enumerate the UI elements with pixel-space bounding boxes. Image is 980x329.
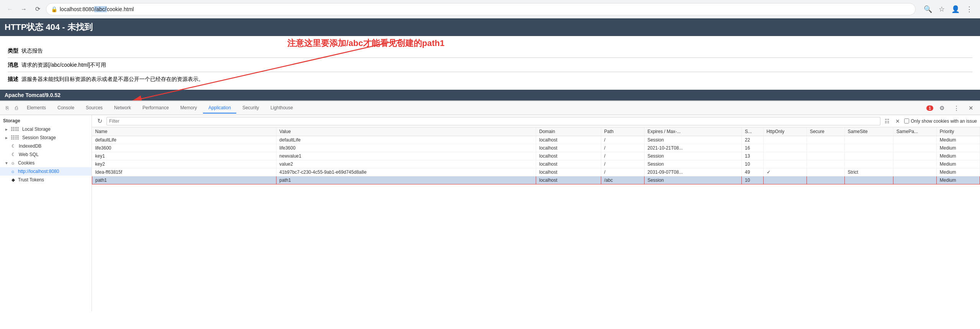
table-row[interactable]: life3600life3600localhost/2021-10-21T08.… bbox=[92, 144, 980, 152]
cell-expires: 2021-10-21T08... bbox=[644, 144, 741, 152]
table-row[interactable]: key2value2localhost/Session10Medium bbox=[92, 160, 980, 168]
cell-path: / bbox=[601, 136, 644, 144]
cell-size: 49 bbox=[742, 168, 764, 176]
sidebar-item-web-sql[interactable]: ☾ Web SQL bbox=[0, 150, 92, 159]
main-content: ↻ ☷ ✕ Only show cookies with an issue Na… bbox=[92, 115, 980, 311]
sidebar-item-cookies[interactable]: ▼ ☼ Cookies bbox=[0, 159, 92, 167]
sidebar-item-local-storage[interactable]: ► ☷☷ Local Storage bbox=[0, 125, 92, 133]
cookie-sub-icon: ☼ bbox=[11, 169, 15, 174]
error-info: 类型 状态报告 消息 请求的资源[/abc/cookie.html]不可用 描述… bbox=[0, 41, 980, 90]
error-type-value: 状态报告 bbox=[21, 45, 43, 56]
tab-console[interactable]: Console bbox=[52, 103, 80, 114]
sidebar-session-storage-label: Session Storage bbox=[22, 135, 56, 140]
close-devtools-button[interactable]: ✕ bbox=[965, 102, 977, 114]
error-message-label: 消息 bbox=[8, 59, 18, 70]
menu-button[interactable]: ⋮ bbox=[963, 3, 975, 15]
back-button[interactable]: ← bbox=[5, 4, 15, 15]
forward-button[interactable]: → bbox=[18, 4, 29, 15]
tab-performance[interactable]: Performance bbox=[137, 103, 174, 114]
cell-expires: Session bbox=[644, 152, 741, 160]
table-row[interactable]: defaultLifedefaultLifelocalhost/Session2… bbox=[92, 136, 980, 144]
col-header-httponly: HttpOnly bbox=[763, 127, 807, 136]
lock-icon: 🔒 bbox=[51, 6, 57, 12]
cell-priority: Medium bbox=[936, 152, 980, 160]
tab-lighthouse[interactable]: Lighthouse bbox=[265, 103, 298, 114]
cell-name: Idea-ff63815f bbox=[92, 168, 276, 176]
cell-samesite bbox=[844, 152, 893, 160]
cell-domain: localhost bbox=[536, 160, 601, 168]
cell-domain: localhost bbox=[536, 176, 601, 184]
sidebar-item-session-storage[interactable]: ► ☷☷ Session Storage bbox=[0, 133, 92, 142]
bookmark-button[interactable]: ☆ bbox=[936, 3, 948, 15]
devtools-inspect-btn[interactable]: ⎘ bbox=[3, 104, 11, 112]
filter-input[interactable] bbox=[106, 117, 880, 125]
error-description-value: 源服务器未能找到目标资源的表示或者是不愿公开一个已经存在的资源表示。 bbox=[21, 74, 204, 84]
cell-value: life3600 bbox=[276, 144, 536, 152]
cell-httponly bbox=[763, 136, 807, 144]
error-message-value: 请求的资源[/abc/cookie.html]不可用 bbox=[21, 59, 106, 70]
browser-toolbar: ← → ⟳ 🔒 localhost:8080/abc/cookie.html 🔍… bbox=[0, 0, 980, 18]
more-options-icon[interactable]: ⋮ bbox=[950, 102, 962, 114]
refresh-button[interactable]: ↻ bbox=[95, 117, 104, 126]
cell-domain: localhost bbox=[536, 168, 601, 176]
cell-size: 10 bbox=[742, 160, 764, 168]
cell-domain: localhost bbox=[536, 152, 601, 160]
table-row[interactable]: path1path1localhost/abcSession10Medium bbox=[92, 176, 980, 184]
col-header-domain: Domain bbox=[536, 127, 601, 136]
cell-priority: Medium bbox=[936, 144, 980, 152]
cookies-table: Name Value Domain Path Expires / Max-...… bbox=[92, 127, 980, 184]
cell-secure bbox=[807, 160, 844, 168]
url-text: localhost:8080/abc/cookie.html bbox=[60, 6, 911, 12]
cell-secure bbox=[807, 136, 844, 144]
clear-filter-icon[interactable]: ✕ bbox=[893, 117, 902, 125]
sidebar-item-trust-tokens[interactable]: ◆ Trust Tokens bbox=[0, 176, 92, 184]
cell-httponly bbox=[763, 176, 807, 184]
cell-size: 16 bbox=[742, 144, 764, 152]
cell-path: / bbox=[601, 168, 644, 176]
tab-elements[interactable]: Elements bbox=[21, 103, 51, 114]
trust-icon: ◆ bbox=[11, 177, 15, 183]
devtools-tabs: ⎘ ⎙ Elements Console Sources Network Per… bbox=[0, 101, 980, 115]
sidebar: Storage ► ☷☷ Local Storage ► ☷☷ Session … bbox=[0, 115, 92, 311]
tab-sources[interactable]: Sources bbox=[80, 103, 108, 114]
cell-secure bbox=[807, 176, 844, 184]
sidebar-item-indexeddb[interactable]: ☾ IndexedDB bbox=[0, 142, 92, 150]
profile-button[interactable]: 👤 bbox=[949, 3, 962, 15]
cookie-icon: ☼ bbox=[11, 160, 15, 166]
cell-expires: Session bbox=[644, 160, 741, 168]
only-issues-checkbox[interactable] bbox=[904, 118, 909, 123]
storage-section-label: Storage bbox=[0, 117, 92, 125]
tab-memory[interactable]: Memory bbox=[175, 103, 202, 114]
tab-security[interactable]: Security bbox=[237, 103, 264, 114]
cell-name: key1 bbox=[92, 152, 276, 160]
table-header-row: Name Value Domain Path Expires / Max-...… bbox=[92, 127, 980, 136]
settings-icon[interactable]: ⚙ bbox=[936, 102, 948, 114]
devtools-device-btn[interactable]: ⎙ bbox=[12, 104, 21, 112]
only-issues-label[interactable]: Only show cookies with an issue bbox=[904, 118, 977, 124]
expand-arrow-icon: ► bbox=[5, 136, 8, 140]
filter-options-icon[interactable]: ☷ bbox=[883, 117, 891, 125]
cell-secure bbox=[807, 152, 844, 160]
cookies-table-area[interactable]: Name Value Domain Path Expires / Max-...… bbox=[92, 127, 980, 311]
table-row[interactable]: key1newvalue1localhost/Session13Medium bbox=[92, 152, 980, 160]
devtools-tab-icons: 1 ⚙ ⋮ ✕ bbox=[926, 102, 977, 114]
address-bar[interactable]: 🔒 localhost:8080/abc/cookie.html bbox=[46, 3, 916, 15]
table-row[interactable]: Idea-ff63815f41b97bc7-c230-4c55-9ab1-e69… bbox=[92, 168, 980, 176]
sidebar-localhost-label: http://localhost:8080 bbox=[18, 169, 59, 174]
db-icon: ☾ bbox=[11, 152, 16, 157]
tab-application[interactable]: Application bbox=[203, 103, 236, 114]
devtools-panel: ⎘ ⎙ Elements Console Sources Network Per… bbox=[0, 100, 980, 311]
cell-value: value2 bbox=[276, 160, 536, 168]
tab-network[interactable]: Network bbox=[109, 103, 136, 114]
grid-icon: ☷☷ bbox=[11, 135, 19, 140]
col-header-value: Value bbox=[276, 127, 536, 136]
cell-value: path1 bbox=[276, 176, 536, 184]
cell-samesite bbox=[844, 144, 893, 152]
cell-sameparty bbox=[893, 168, 936, 176]
sidebar-item-localhost[interactable]: ☼ http://localhost:8080 bbox=[0, 167, 92, 176]
reload-button[interactable]: ⟳ bbox=[32, 4, 43, 15]
filter-bar: ↻ ☷ ✕ Only show cookies with an issue bbox=[92, 115, 980, 127]
search-button[interactable]: 🔍 bbox=[922, 3, 934, 15]
cell-name: key2 bbox=[92, 160, 276, 168]
cell-name: defaultLife bbox=[92, 136, 276, 144]
